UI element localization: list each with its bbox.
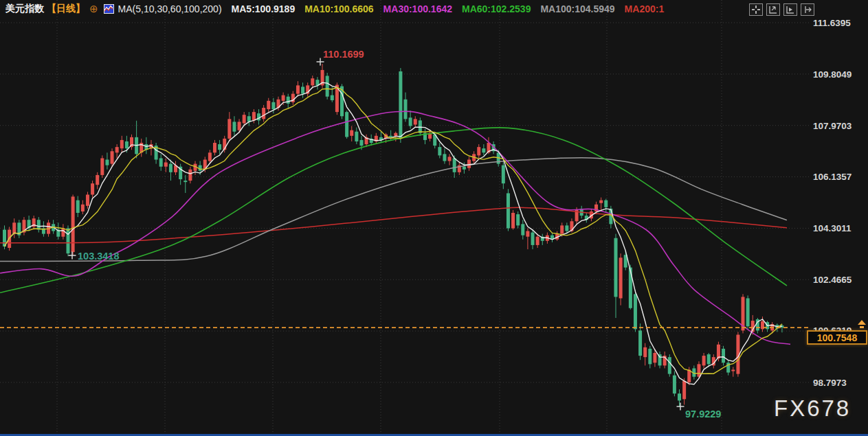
y-axis-label: 107.9703 [813,121,852,131]
timeframe-label[interactable]: 【日线】 [47,3,85,15]
pan-icon[interactable] [749,3,763,16]
ma5-value: MA5:100.9189 [232,3,296,14]
circle-plus-icon[interactable]: ⊕ [89,3,98,15]
low-price-annotation: 97.9229 [685,409,721,420]
fx678-watermark: FX678 [774,395,851,422]
ma60-value: MA60:102.2539 [462,3,531,14]
ma100-value: MA100:104.5949 [540,3,614,14]
y-axis-label: 102.4665 [813,275,852,285]
axis-play-icon[interactable] [783,3,797,16]
current-price-tag[interactable]: 100.7548 [807,330,867,345]
high-price-annotation: 110.1699 [323,49,364,60]
shift-right-icon[interactable] [801,3,814,16]
mid-low-price-annotation: 103.3418 [78,251,119,262]
candlestick-chart[interactable] [0,0,868,436]
y-axis-label: 104.3011 [813,223,852,233]
y-axis-label: 106.1357 [813,172,852,182]
mini-line-chart-icon[interactable] [104,4,114,14]
price-up-arrow-icon [856,319,867,332]
y-axis-label: 98.7973 [813,378,847,388]
ma10-value: MA10:100.6606 [304,3,373,14]
ma-group-label: MA(5,10,30,60,100,200) [118,3,222,14]
axis-left-arrow-icon[interactable] [766,3,780,16]
ma30-value: MA30:100.1642 [383,3,452,14]
y-axis-label: 109.8049 [813,69,852,80]
ma200-value: MA200:1 [625,3,665,14]
symbol-name: 美元指数 [5,3,44,15]
chart-toolbar [749,3,814,16]
dollar-index-chart-window: 美元指数 【日线】 ⊕ MA(5,10,30,60,100,200) MA5:1… [0,0,868,436]
chart-header: 美元指数 【日线】 ⊕ MA(5,10,30,60,100,200) MA5:1… [0,0,868,18]
y-axis-label: 111.6395 [813,18,851,28]
